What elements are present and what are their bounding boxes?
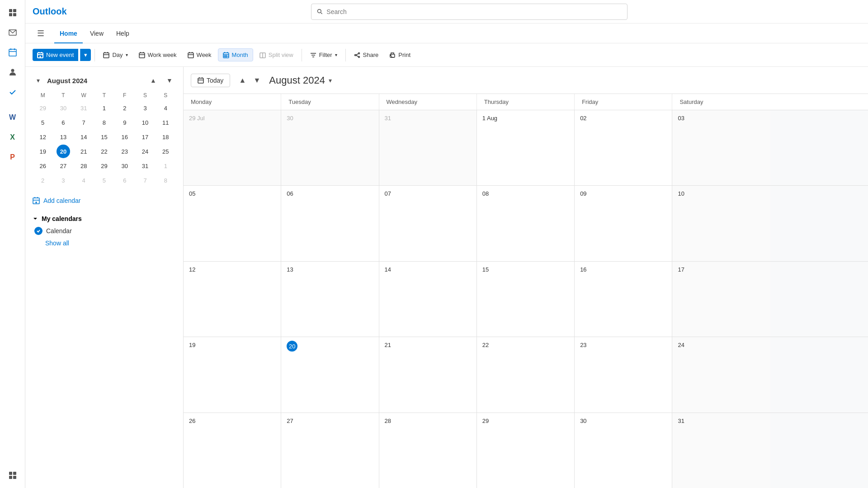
calendar-cell[interactable]: 27 [281,413,379,488]
add-calendar-button[interactable]: Add calendar [33,195,176,206]
day-view-button[interactable]: Day ▾ [99,49,132,61]
mini-cal-day[interactable]: 5 [36,116,50,129]
calendar-cell[interactable]: 06 [281,186,379,261]
calendar-cell[interactable]: 29 Jul [184,110,281,185]
mini-cal-day[interactable]: 2 [36,174,50,187]
calendar-cell[interactable]: 26 [184,413,281,488]
mini-cal-day[interactable]: 31 [77,101,90,115]
mini-cal-day[interactable]: 8 [97,116,111,129]
mini-cal-day[interactable]: 26 [36,159,50,173]
calendar-cell[interactable]: 05 [184,186,281,261]
mini-cal-day[interactable]: 1 [97,101,111,115]
calendar-cell[interactable]: 22 [477,337,575,412]
mini-cal-day[interactable]: 28 [77,159,90,173]
excel-icon[interactable]: X [4,128,22,146]
calendar-cell[interactable]: 03 [672,110,770,185]
hamburger-button[interactable]: ☰ [33,25,49,42]
calendar-cell[interactable]: 31 [379,110,477,185]
month-view-button[interactable]: Month [218,48,253,61]
mini-cal-day[interactable]: 22 [97,145,111,158]
my-calendars-header[interactable]: My calendars [33,213,82,224]
apps-icon[interactable] [4,4,22,22]
print-button[interactable]: Print [385,49,415,61]
mail-icon[interactable] [4,23,22,42]
mini-cal-day[interactable]: 9 [118,116,132,129]
calendar-prev-button[interactable]: ▲ [236,74,249,87]
mini-cal-day[interactable]: 7 [138,174,152,187]
tab-view[interactable]: View [85,23,109,43]
calendar-cell[interactable]: 16 [575,262,672,337]
calendar-cell[interactable]: 21 [379,337,477,412]
work-week-view-button[interactable]: Work week [134,49,181,61]
calendar-cell[interactable]: 17 [672,262,770,337]
mini-cal-day[interactable]: 1 [159,159,172,173]
new-event-dropdown-button[interactable]: ▾ [80,49,91,61]
mini-cal-day[interactable]: 2 [118,101,132,115]
mini-cal-day[interactable]: 23 [118,145,132,158]
calendar-cell[interactable]: 20 [281,337,379,412]
mini-cal-day[interactable]: 19 [36,145,50,158]
mini-cal-day[interactable]: 16 [118,130,132,144]
calendar-cell[interactable]: 28 [379,413,477,488]
mini-cal-day[interactable]: 17 [138,130,152,144]
mini-cal-day[interactable]: 13 [57,130,70,144]
month-dropdown-icon[interactable]: ▾ [329,77,332,84]
show-all-button[interactable]: Show all [45,238,69,249]
mini-cal-day[interactable]: 4 [159,101,172,115]
mini-cal-day[interactable]: 8 [159,174,172,187]
mini-cal-day[interactable]: 6 [57,116,70,129]
people-icon[interactable] [4,63,22,81]
mini-cal-prev-button[interactable]: ▲ [147,74,160,87]
mini-cal-day[interactable]: 4 [77,174,90,187]
calendar-icon[interactable] [4,43,22,61]
tab-help[interactable]: Help [111,23,135,43]
mini-cal-day[interactable]: 10 [138,116,152,129]
week-view-button[interactable]: Week [183,49,216,61]
mini-cal-day[interactable]: 7 [77,116,90,129]
calendar-cell[interactable]: 1 Aug [477,110,575,185]
calendar-cell[interactable]: 08 [477,186,575,261]
today-button[interactable]: Today [191,74,230,87]
powerpoint-icon[interactable]: P [4,148,22,166]
mini-cal-day[interactable]: 11 [159,116,172,129]
mini-cal-day[interactable]: 15 [97,130,111,144]
word-icon[interactable]: W [4,108,22,127]
calendar-item-calendar[interactable]: Calendar [33,224,176,238]
mini-cal-day[interactable]: 27 [57,159,70,173]
mini-cal-next-button[interactable]: ▼ [163,74,176,87]
mini-cal-day[interactable]: 18 [159,130,172,144]
calendar-cell[interactable]: 24 [672,337,770,412]
mini-cal-day[interactable]: 24 [138,145,152,158]
calendar-cell[interactable]: 19 [184,337,281,412]
mini-cal-day[interactable]: 12 [36,130,50,144]
share-button[interactable]: Share [349,49,383,61]
calendar-cell[interactable]: 10 [672,186,770,261]
mini-cal-day[interactable]: 30 [118,159,132,173]
calendar-cell[interactable]: 12 [184,262,281,337]
calendar-cell[interactable]: 23 [575,337,672,412]
filter-button[interactable]: Filter ▾ [306,49,342,61]
mini-cal-day[interactable]: 21 [77,145,90,158]
tab-home[interactable]: Home [54,23,83,43]
mini-cal-day[interactable]: 29 [36,101,50,115]
mini-cal-day[interactable]: 14 [77,130,90,144]
mini-cal-day[interactable]: 3 [138,101,152,115]
calendar-cell[interactable]: 31 [672,413,770,488]
calendar-cell[interactable]: 07 [379,186,477,261]
mini-cal-day[interactable]: 5 [97,174,111,187]
mini-cal-day[interactable]: 31 [138,159,152,173]
mini-cal-day[interactable]: 6 [118,174,132,187]
calendar-cell[interactable]: 09 [575,186,672,261]
mini-cal-collapse-button[interactable]: ▾ [33,75,43,86]
calendar-next-button[interactable]: ▼ [250,74,264,87]
mini-cal-day[interactable]: 30 [57,101,70,115]
calendar-cell[interactable]: 29 [477,413,575,488]
mini-cal-day-today[interactable]: 20 [57,145,70,158]
split-view-button[interactable]: Split view [255,49,298,61]
todo-icon[interactable] [4,83,22,101]
search-input[interactable] [326,8,621,15]
more-apps-icon[interactable] [4,466,22,484]
mini-cal-day[interactable]: 25 [159,145,172,158]
calendar-cell[interactable]: 13 [281,262,379,337]
calendar-cell[interactable]: 30 [575,413,672,488]
